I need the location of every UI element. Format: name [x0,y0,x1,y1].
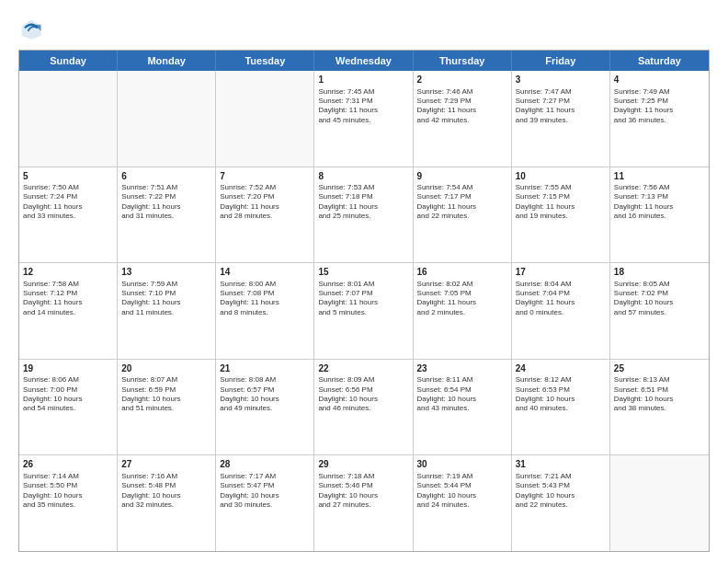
day-number: 11 [614,170,705,183]
day-number: 4 [614,74,705,86]
day-cell-21: 21Sunrise: 8:08 AM Sunset: 6:57 PM Dayli… [216,360,314,455]
empty-cell [216,71,314,167]
weekday-header-friday: Friday [512,51,610,71]
day-info: Sunrise: 7:50 AM Sunset: 7:24 PM Dayligh… [23,183,113,222]
day-info: Sunrise: 7:16 AM Sunset: 5:48 PM Dayligh… [121,472,211,511]
weekday-header-tuesday: Tuesday [216,51,314,71]
empty-cell [610,455,709,551]
day-number: 7 [220,170,310,183]
day-info: Sunrise: 7:58 AM Sunset: 7:12 PM Dayligh… [23,280,113,318]
day-number: 20 [121,362,211,375]
day-cell-17: 17Sunrise: 8:04 AM Sunset: 7:04 PM Dayli… [512,263,610,359]
day-cell-23: 23Sunrise: 8:11 AM Sunset: 6:54 PM Dayli… [414,360,512,455]
day-cell-20: 20Sunrise: 8:07 AM Sunset: 6:59 PM Dayli… [118,360,216,455]
day-number: 12 [23,266,113,279]
day-info: Sunrise: 7:46 AM Sunset: 7:29 PM Dayligh… [417,87,507,126]
day-cell-3: 3Sunrise: 7:47 AM Sunset: 7:27 PM Daylig… [512,71,610,167]
calendar-row-5: 26Sunrise: 7:14 AM Sunset: 5:50 PM Dayli… [19,455,709,551]
day-cell-18: 18Sunrise: 8:05 AM Sunset: 7:02 PM Dayli… [610,263,709,359]
day-info: Sunrise: 8:06 AM Sunset: 7:00 PM Dayligh… [23,375,113,414]
day-info: Sunrise: 8:04 AM Sunset: 7:04 PM Dayligh… [516,280,606,318]
calendar-header: SundayMondayTuesdayWednesdayThursdayFrid… [19,51,709,71]
day-cell-11: 11Sunrise: 7:56 AM Sunset: 7:13 PM Dayli… [610,167,709,263]
day-cell-31: 31Sunrise: 7:21 AM Sunset: 5:43 PM Dayli… [512,455,610,551]
day-number: 9 [417,170,507,183]
calendar-row-1: 1Sunrise: 7:45 AM Sunset: 7:31 PM Daylig… [19,71,709,167]
day-number: 29 [318,458,408,471]
calendar-row-4: 19Sunrise: 8:06 AM Sunset: 7:00 PM Dayli… [19,360,709,456]
day-cell-5: 5Sunrise: 7:50 AM Sunset: 7:24 PM Daylig… [19,167,118,263]
weekday-header-sunday: Sunday [19,51,118,71]
day-info: Sunrise: 7:18 AM Sunset: 5:46 PM Dayligh… [318,472,408,511]
day-cell-27: 27Sunrise: 7:16 AM Sunset: 5:48 PM Dayli… [118,455,216,551]
weekday-header-thursday: Thursday [414,51,512,71]
day-cell-19: 19Sunrise: 8:06 AM Sunset: 7:00 PM Dayli… [19,360,118,455]
weekday-header-saturday: Saturday [610,51,709,71]
day-info: Sunrise: 7:21 AM Sunset: 5:43 PM Dayligh… [516,472,606,511]
day-number: 5 [23,170,113,183]
day-number: 1 [318,74,408,86]
day-cell-2: 2Sunrise: 7:46 AM Sunset: 7:29 PM Daylig… [414,71,512,167]
page: SundayMondayTuesdayWednesdayThursdayFrid… [0,0,728,563]
svg-marker-0 [22,20,41,40]
day-cell-10: 10Sunrise: 7:55 AM Sunset: 7:15 PM Dayli… [512,167,610,263]
day-cell-15: 15Sunrise: 8:01 AM Sunset: 7:07 PM Dayli… [314,263,413,359]
day-info: Sunrise: 7:47 AM Sunset: 7:27 PM Dayligh… [516,87,606,126]
day-info: Sunrise: 7:59 AM Sunset: 7:10 PM Dayligh… [121,280,211,318]
day-info: Sunrise: 8:01 AM Sunset: 7:07 PM Dayligh… [318,280,408,318]
day-info: Sunrise: 8:12 AM Sunset: 6:53 PM Dayligh… [516,375,606,414]
day-info: Sunrise: 7:14 AM Sunset: 5:50 PM Dayligh… [23,472,113,511]
day-info: Sunrise: 7:56 AM Sunset: 7:13 PM Dayligh… [614,183,705,222]
day-cell-22: 22Sunrise: 8:09 AM Sunset: 6:56 PM Dayli… [314,360,413,455]
day-cell-12: 12Sunrise: 7:58 AM Sunset: 7:12 PM Dayli… [19,263,118,359]
day-info: Sunrise: 8:09 AM Sunset: 6:56 PM Dayligh… [318,375,408,414]
day-cell-30: 30Sunrise: 7:19 AM Sunset: 5:44 PM Dayli… [414,455,512,551]
day-info: Sunrise: 7:17 AM Sunset: 5:47 PM Dayligh… [220,472,310,511]
day-number: 27 [121,458,211,471]
day-info: Sunrise: 8:07 AM Sunset: 6:59 PM Dayligh… [121,375,211,414]
day-number: 25 [614,362,705,375]
calendar-row-2: 5Sunrise: 7:50 AM Sunset: 7:24 PM Daylig… [19,167,709,264]
day-number: 21 [220,362,310,375]
day-cell-8: 8Sunrise: 7:53 AM Sunset: 7:18 PM Daylig… [314,167,413,263]
day-number: 24 [516,362,606,375]
day-cell-14: 14Sunrise: 8:00 AM Sunset: 7:08 PM Dayli… [216,263,314,359]
calendar-row-3: 12Sunrise: 7:58 AM Sunset: 7:12 PM Dayli… [19,263,709,360]
day-number: 19 [23,362,113,375]
day-cell-13: 13Sunrise: 7:59 AM Sunset: 7:10 PM Dayli… [118,263,216,359]
day-info: Sunrise: 8:05 AM Sunset: 7:02 PM Dayligh… [614,280,705,318]
calendar-body: 1Sunrise: 7:45 AM Sunset: 7:31 PM Daylig… [19,71,709,551]
day-info: Sunrise: 8:02 AM Sunset: 7:05 PM Dayligh… [417,280,507,318]
day-number: 28 [220,458,310,471]
day-number: 18 [614,266,705,279]
day-number: 13 [121,266,211,279]
day-cell-16: 16Sunrise: 8:02 AM Sunset: 7:05 PM Dayli… [414,263,512,359]
day-info: Sunrise: 7:49 AM Sunset: 7:25 PM Dayligh… [614,87,705,126]
weekday-header-wednesday: Wednesday [314,51,413,71]
day-cell-7: 7Sunrise: 7:52 AM Sunset: 7:20 PM Daylig… [216,167,314,263]
day-cell-24: 24Sunrise: 8:12 AM Sunset: 6:53 PM Dayli… [512,360,610,455]
day-number: 15 [318,266,408,279]
empty-cell [19,71,118,167]
day-number: 3 [516,74,606,86]
day-info: Sunrise: 8:13 AM Sunset: 6:51 PM Dayligh… [614,375,705,414]
calendar: SundayMondayTuesdayWednesdayThursdayFrid… [18,50,710,552]
header [18,17,710,42]
day-info: Sunrise: 7:51 AM Sunset: 7:22 PM Dayligh… [121,183,211,222]
day-number: 30 [417,458,507,471]
day-number: 10 [516,170,606,183]
day-info: Sunrise: 7:45 AM Sunset: 7:31 PM Dayligh… [318,87,408,126]
day-cell-26: 26Sunrise: 7:14 AM Sunset: 5:50 PM Dayli… [19,455,118,551]
day-number: 14 [220,266,310,279]
day-number: 31 [516,458,606,471]
day-number: 2 [417,74,507,86]
weekday-header-monday: Monday [118,51,216,71]
day-cell-9: 9Sunrise: 7:54 AM Sunset: 7:17 PM Daylig… [414,167,512,263]
day-number: 16 [417,266,507,279]
day-cell-6: 6Sunrise: 7:51 AM Sunset: 7:22 PM Daylig… [118,167,216,263]
day-info: Sunrise: 8:00 AM Sunset: 7:08 PM Dayligh… [220,280,310,318]
logo-icon [18,17,44,42]
day-number: 23 [417,362,507,375]
day-info: Sunrise: 7:55 AM Sunset: 7:15 PM Dayligh… [516,183,606,222]
day-info: Sunrise: 7:52 AM Sunset: 7:20 PM Dayligh… [220,183,310,222]
